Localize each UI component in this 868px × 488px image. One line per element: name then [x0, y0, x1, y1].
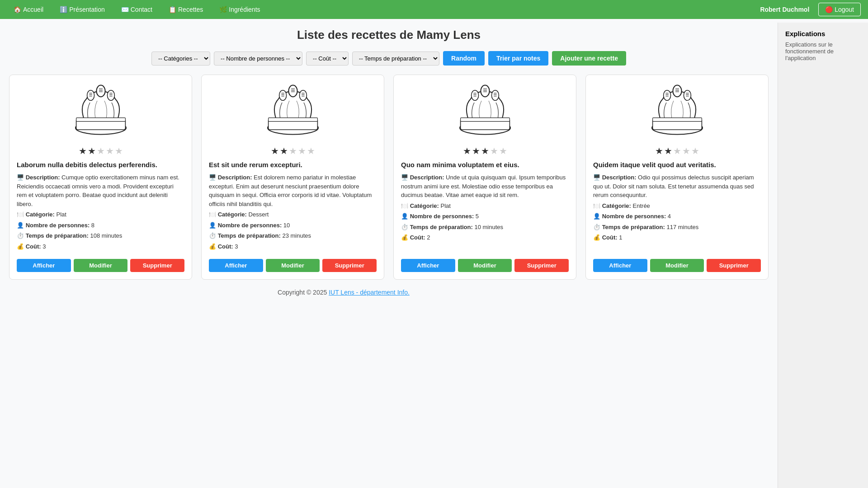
temps-select[interactable]: -- Temps de préparation --: [352, 52, 439, 66]
cout-field: 💰 Coût: 1: [593, 233, 761, 242]
page-title: Liste des recettes de Mamy Lens: [9, 28, 769, 42]
svg-rect-14: [76, 118, 125, 122]
card-actions: Afficher Modifier Supprimer: [17, 259, 184, 272]
modifier-button[interactable]: Modifier: [650, 259, 704, 272]
star-filled: ★: [280, 145, 288, 156]
envelope-icon: ✉️: [121, 6, 129, 13]
cout-select[interactable]: -- Coût --: [306, 52, 349, 66]
temps-field: ⏱️ Temps de préparation: 117 minutes: [593, 223, 761, 232]
cout-value: 3: [42, 243, 46, 250]
logout-button[interactable]: 🔴 Logout: [818, 3, 861, 16]
card-body: 🖥️ Description: Est dolorem nemo pariatu…: [209, 173, 377, 253]
supprimer-button[interactable]: Supprimer: [514, 259, 569, 272]
sidebar: Explications Explications sur le fonctio…: [778, 23, 868, 314]
footer-link[interactable]: IUT Lens - département Info.: [329, 289, 410, 296]
personnes-field: 👤 Nombre de personnes: 8: [17, 221, 184, 230]
star-filled: ★: [271, 145, 279, 156]
svg-point-48: [673, 85, 681, 97]
description-icon: 🖥️: [401, 174, 408, 181]
cout-value: 2: [427, 234, 430, 241]
categorie-field: 🍽️ Catégorie: Plat: [17, 210, 184, 219]
card-body: 🖥️ Description: Unde ut quia quisquam qu…: [401, 173, 569, 253]
afficher-button[interactable]: Afficher: [401, 259, 455, 272]
cout-label: Coût:: [410, 234, 425, 241]
book-icon: 📋: [169, 6, 176, 13]
star-filled: ★: [463, 145, 471, 156]
sidebar-title: Explications: [785, 30, 861, 38]
cout-field: 💰 Coût: 2: [401, 233, 569, 242]
card-body: 🖥️ Description: Cumque optio exercitatio…: [17, 173, 184, 253]
supprimer-button[interactable]: Supprimer: [707, 259, 761, 272]
star-empty: ★: [682, 145, 690, 156]
supprimer-button[interactable]: Supprimer: [130, 259, 184, 272]
personnes-field: 👤 Nombre de personnes: 10: [209, 221, 377, 230]
nav-accueil[interactable]: 🏠 Accueil: [7, 3, 50, 16]
logout-icon: 🔴: [825, 6, 833, 13]
categorie-value: Plat: [441, 202, 451, 209]
categorie-label: Catégorie:: [410, 202, 439, 209]
nav-presentation[interactable]: ℹ️ Présentation: [53, 3, 111, 16]
description-icon: 🖥️: [209, 174, 216, 181]
modifier-button[interactable]: Modifier: [458, 259, 512, 272]
temps-label: Temps de préparation:: [218, 232, 281, 239]
temps-icon: ⏱️: [17, 232, 24, 239]
nav-ingredients[interactable]: 🌿 Ingrédients: [213, 3, 266, 16]
nav-recettes[interactable]: 📋 Recettes: [162, 3, 209, 16]
categorie-field: 🍽️ Catégorie: Entrée: [593, 202, 761, 211]
categorie-label: Catégorie:: [602, 202, 631, 209]
svg-rect-44: [460, 118, 509, 122]
categorie-value: Entrée: [633, 202, 650, 209]
personnes-select[interactable]: -- Nombre de personnes --: [214, 52, 302, 66]
afficher-button[interactable]: Afficher: [17, 259, 71, 272]
card-title: Laborum nulla debitis delectus perferend…: [17, 161, 184, 169]
modifier-button[interactable]: Modifier: [266, 259, 320, 272]
supprimer-button[interactable]: Supprimer: [322, 259, 377, 272]
sort-button[interactable]: Trier par notes: [488, 51, 548, 66]
modifier-button[interactable]: Modifier: [74, 259, 128, 272]
svg-point-3: [96, 85, 105, 97]
star-empty: ★: [298, 145, 306, 156]
categories-select[interactable]: -- Catégories --: [151, 52, 210, 66]
personnes-value: 10: [283, 222, 290, 229]
cout-value: 1: [619, 234, 622, 241]
personnes-value: 8: [91, 222, 94, 229]
description-label: Description:: [26, 174, 60, 181]
cout-label: Coût:: [602, 234, 618, 241]
star-empty: ★: [691, 145, 699, 156]
star-empty: ★: [97, 145, 105, 156]
recipe-card: ★★★★★ Est sit unde rerum excepturi. 🖥️ D…: [201, 75, 384, 280]
svg-point-2: [87, 90, 94, 100]
card-image: [17, 82, 184, 141]
temps-label: Temps de préparation:: [602, 224, 665, 230]
card-actions: Afficher Modifier Supprimer: [209, 259, 377, 272]
personnes-icon: 👤: [593, 213, 600, 220]
star-filled: ★: [472, 145, 480, 156]
description-field: 🖥️ Description: Est dolorem nemo pariatu…: [209, 173, 377, 208]
recipe-card: ★★★★★ Quidem itaque velit quod aut verit…: [585, 75, 769, 280]
star-empty: ★: [490, 145, 498, 156]
description-label: Description:: [218, 174, 252, 181]
random-button[interactable]: Random: [443, 51, 485, 66]
card-title: Quidem itaque velit quod aut veritatis.: [593, 161, 761, 169]
cout-icon: 💰: [209, 243, 216, 250]
svg-point-17: [279, 90, 286, 100]
svg-rect-59: [652, 118, 702, 122]
categorie-value: Dessert: [249, 211, 269, 218]
cout-value: 3: [235, 243, 238, 250]
temps-icon: ⏱️: [401, 224, 408, 230]
description-field: 🖥️ Description: Cumque optio exercitatio…: [17, 173, 184, 208]
add-recipe-button[interactable]: Ajouter une recette: [552, 51, 626, 66]
afficher-button[interactable]: Afficher: [593, 259, 647, 272]
afficher-button[interactable]: Afficher: [209, 259, 263, 272]
star-empty: ★: [673, 145, 681, 156]
cout-icon: 💰: [593, 234, 600, 241]
info-icon: ℹ️: [60, 6, 67, 13]
stars-rating: ★★★★★: [209, 145, 377, 156]
svg-point-4: [107, 90, 114, 100]
main-content: Liste des recettes de Mamy Lens -- Catég…: [0, 19, 778, 314]
navbar: 🏠 Accueil ℹ️ Présentation ✉️ Contact 📋 R…: [0, 0, 868, 19]
personnes-field: 👤 Nombre de personnes: 5: [401, 212, 569, 221]
cout-icon: 💰: [17, 243, 24, 250]
card-body: 🖥️ Description: Odio qui possimus delect…: [593, 173, 761, 253]
nav-contact[interactable]: ✉️ Contact: [115, 3, 159, 16]
